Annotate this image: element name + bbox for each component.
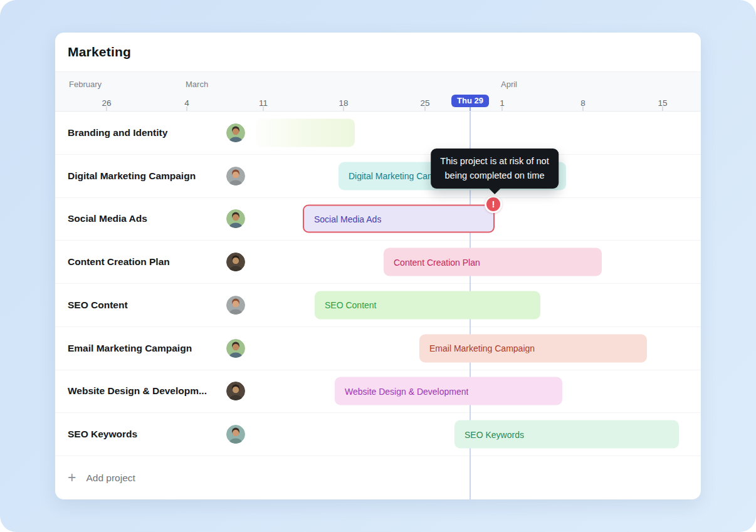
table-row: SEO Content SEO Content	[55, 284, 701, 327]
project-name-label[interactable]: Social Media Ads	[68, 213, 147, 224]
gantt-bar[interactable]: Social Media Ads	[303, 205, 495, 233]
avatar[interactable]	[226, 425, 245, 444]
gantt-bar-label: Website Design & Development	[345, 386, 468, 396]
project-name-label[interactable]: Digital Marketing Campaign	[68, 170, 196, 182]
avatar[interactable]	[226, 296, 245, 315]
project-name-label[interactable]: Content Creation Plan	[68, 256, 170, 268]
add-project-button[interactable]: + Add project	[68, 471, 135, 485]
page-background: Marketing Thu 29 FebruaryMarchApril26411…	[0, 0, 756, 532]
table-row: Branding and Identity	[55, 112, 701, 155]
day-tick	[263, 107, 264, 111]
gantt-bar[interactable]: SEO Keywords	[454, 420, 679, 449]
footer-row: + Add project	[55, 456, 701, 499]
page-title: Marketing	[68, 44, 131, 60]
gantt-bar[interactable]	[256, 118, 355, 147]
gantt-bar-label: Content Creation Plan	[394, 257, 480, 267]
today-badge[interactable]: Thu 29	[451, 95, 489, 107]
gantt-bar[interactable]: Website Design & Development	[335, 377, 562, 405]
risk-tooltip: This project is at risk of not being com…	[431, 149, 559, 189]
gantt-bar-label: Email Marketing Campaign	[429, 343, 535, 353]
table-row: Content Creation Plan Content Creation P…	[55, 241, 701, 284]
avatar[interactable]	[226, 123, 245, 142]
person-icon	[226, 123, 245, 142]
month-label: February	[69, 80, 102, 89]
plus-icon: +	[68, 471, 76, 485]
avatar[interactable]	[226, 209, 245, 228]
day-tick	[501, 107, 503, 111]
day-tick	[662, 107, 663, 111]
day-tick	[582, 107, 584, 111]
risk-badge[interactable]: !	[485, 196, 502, 213]
tooltip-text-line2: being completed on time	[440, 169, 549, 183]
avatar[interactable]	[226, 253, 245, 271]
project-name-label[interactable]: Email Marketing Campaign	[68, 343, 192, 354]
person-icon	[226, 253, 245, 271]
avatar[interactable]	[226, 382, 245, 400]
table-row: SEO Keywords SEO Keywords	[55, 413, 701, 456]
person-icon	[226, 296, 245, 315]
table-row: Email Marketing Campaign Email Marketing…	[55, 327, 701, 370]
project-name-label[interactable]: Website Design & Developm...	[68, 385, 207, 397]
gantt-bar[interactable]: Content Creation Plan	[384, 248, 602, 276]
person-icon	[226, 167, 245, 185]
card-title-row: Marketing	[55, 33, 701, 71]
tooltip-text-line1: This project is at risk of not	[440, 154, 549, 169]
person-icon	[226, 425, 245, 444]
rows-container: Branding and Identity Digital Marketing …	[55, 112, 701, 456]
day-tick	[186, 107, 187, 111]
gantt-bar-label: SEO Content	[325, 300, 377, 310]
month-label: March	[186, 80, 208, 89]
exclamation-icon: !	[492, 199, 495, 209]
add-project-label: Add project	[86, 472, 135, 484]
avatar[interactable]	[226, 167, 245, 185]
today-tick	[470, 107, 471, 111]
table-row: Website Design & Developm... Website Des…	[55, 370, 701, 414]
table-row: Digital Marketing Campaign Digital Marke…	[55, 155, 701, 198]
project-timeline-card: Marketing Thu 29 FebruaryMarchApril26411…	[55, 33, 701, 499]
gantt-bar-label: SEO Keywords	[465, 429, 524, 439]
day-tick	[106, 107, 107, 111]
day-tick	[424, 107, 426, 111]
project-name-label[interactable]: SEO Content	[68, 300, 128, 311]
project-name-label[interactable]: SEO Keywords	[68, 429, 137, 440]
gantt-bar[interactable]: Email Marketing Campaign	[419, 334, 647, 362]
gantt-bar[interactable]: SEO Content	[315, 291, 540, 319]
table-row: Social Media Ads Social Media Ads	[55, 198, 701, 241]
person-icon	[226, 382, 245, 400]
month-label: April	[501, 80, 517, 89]
day-tick	[343, 107, 344, 111]
timeline-body: Branding and Identity Digital Marketing …	[55, 112, 701, 499]
person-icon	[226, 209, 245, 228]
avatar[interactable]	[226, 339, 245, 358]
gantt-bar-label: Social Media Ads	[314, 214, 381, 224]
person-icon	[226, 339, 245, 358]
timeline-header: Thu 29 FebruaryMarchApril2641118251815	[55, 71, 701, 112]
project-name-label[interactable]: Branding and Identity	[68, 127, 167, 138]
